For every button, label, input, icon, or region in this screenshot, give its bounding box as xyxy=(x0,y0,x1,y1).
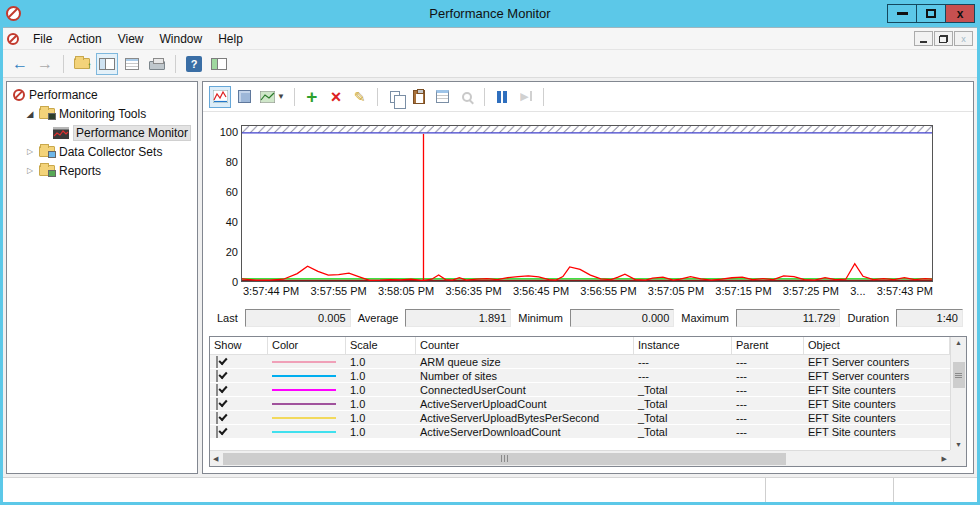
monitoring-tools-folder-icon xyxy=(39,108,55,119)
scroll-right-icon[interactable]: ▶ xyxy=(939,455,950,463)
show-hide-console-tree-button[interactable] xyxy=(96,53,118,75)
mdi-restore-button[interactable] xyxy=(934,31,953,46)
main-toolbar: ← → ↑ ? xyxy=(3,50,977,78)
table-row[interactable]: 1.0 ActiveServerDownloadCount _Total ---… xyxy=(210,425,950,439)
show-checkbox[interactable] xyxy=(216,412,218,424)
print-button[interactable] xyxy=(146,53,168,75)
printer-icon xyxy=(149,61,165,70)
scroll-left-icon[interactable]: ◀ xyxy=(210,455,221,463)
legend-header-row: Show Color Scale Counter Instance Parent… xyxy=(210,337,950,355)
counter-color-line xyxy=(272,361,336,363)
delete-counter-button[interactable]: × xyxy=(325,86,347,108)
menu-window[interactable]: Window xyxy=(152,30,211,48)
help-button[interactable]: ? xyxy=(183,53,205,75)
minimize-button[interactable] xyxy=(887,4,917,23)
show-checkbox[interactable] xyxy=(216,398,218,410)
x-tick-label: 3:58:05 PM xyxy=(378,285,434,297)
freeze-display-button[interactable] xyxy=(491,86,513,108)
table-row[interactable]: 1.0 ConnectedUserCount _Total --- EFT Si… xyxy=(210,383,950,397)
cell-scale: 1.0 xyxy=(346,398,416,410)
action-pane-icon xyxy=(211,58,227,70)
expander-collapsed-icon[interactable]: ▷ xyxy=(25,147,35,156)
column-header-parent[interactable]: Parent xyxy=(732,337,804,354)
mdi-restore-icon xyxy=(939,35,948,43)
horizontal-scroll-thumb[interactable] xyxy=(223,453,785,465)
add-counter-button[interactable]: + xyxy=(301,86,323,108)
view-current-activity-button[interactable] xyxy=(209,86,231,108)
close-button[interactable]: x xyxy=(945,4,975,23)
cell-counter: ActiveServerUploadBytesPerSecond xyxy=(416,412,634,424)
paste-counter-list-button[interactable] xyxy=(408,86,430,108)
cell-instance: --- xyxy=(634,370,732,382)
tree-item-performance[interactable]: Performance xyxy=(7,85,197,104)
export-list-button[interactable] xyxy=(121,53,143,75)
content-area: Performance ◢ Monitoring Tools Performan… xyxy=(3,78,977,477)
y-tick-label: 80 xyxy=(226,156,238,168)
show-checkbox[interactable] xyxy=(216,384,218,396)
toolbar-separator xyxy=(543,88,544,106)
scroll-up-icon[interactable]: ▲ xyxy=(955,337,962,348)
show-checkbox[interactable] xyxy=(216,370,218,382)
vertical-scroll-thumb[interactable] xyxy=(953,362,965,388)
column-header-show[interactable]: Show xyxy=(210,337,268,354)
x-tick-label: 3:57:05 PM xyxy=(648,285,704,297)
window-title: Performance Monitor xyxy=(0,6,980,21)
menu-file[interactable]: File xyxy=(25,30,60,48)
scroll-down-icon[interactable]: ▼ xyxy=(955,439,962,450)
stat-value-average: 1.891 xyxy=(405,309,511,327)
change-graph-type-button[interactable]: ▼ xyxy=(257,86,288,108)
back-button[interactable]: ← xyxy=(9,53,31,75)
column-header-object[interactable]: Object xyxy=(804,337,950,354)
tree-item-data-collector-sets[interactable]: ▷ Data Collector Sets xyxy=(7,142,197,161)
view-log-data-button[interactable] xyxy=(233,86,255,108)
mdi-minimize-icon xyxy=(920,41,927,43)
tree-item-label: Performance xyxy=(29,88,98,102)
horizontal-scrollbar[interactable]: ◀ ▶ xyxy=(210,450,950,466)
table-row[interactable]: 1.0 ARM queue size --- --- EFT Server co… xyxy=(210,355,950,369)
mdi-close-button[interactable]: x xyxy=(954,31,973,46)
highlight-button[interactable]: ✎ xyxy=(349,86,371,108)
cell-instance: _Total xyxy=(634,426,732,438)
tree-item-performance-monitor[interactable]: Performance Monitor xyxy=(7,123,197,142)
x-tick-label: 3:57:43 PM xyxy=(877,285,933,297)
up-folder-button[interactable]: ↑ xyxy=(71,53,93,75)
mdi-minimize-button[interactable] xyxy=(914,31,933,46)
table-row[interactable]: 1.0 Number of sites --- --- EFT Server c… xyxy=(210,369,950,383)
x-tick-label: 3:56:45 PM xyxy=(513,285,569,297)
tree-item-label: Reports xyxy=(59,164,101,178)
show-checkbox[interactable] xyxy=(216,426,218,438)
show-checkbox[interactable] xyxy=(216,356,218,368)
tree-item-monitoring-tools[interactable]: ◢ Monitoring Tools xyxy=(7,104,197,123)
menu-help[interactable]: Help xyxy=(210,30,251,48)
column-header-color[interactable]: Color xyxy=(268,337,346,354)
cell-counter: ConnectedUserCount xyxy=(416,384,634,396)
menu-action[interactable]: Action xyxy=(60,30,109,48)
forward-button[interactable]: → xyxy=(34,53,56,75)
titlebar: Performance Monitor x xyxy=(0,0,980,27)
column-header-scale[interactable]: Scale xyxy=(346,337,416,354)
vertical-scrollbar[interactable]: ▲ ▼ xyxy=(950,337,966,450)
x-tick-label: 3:57:25 PM xyxy=(783,285,839,297)
menubar: File Action View Window Help x xyxy=(3,28,977,50)
stat-label-last: Last xyxy=(217,312,238,324)
properties-button[interactable] xyxy=(432,86,454,108)
minimize-icon xyxy=(897,12,908,15)
copy-properties-button[interactable] xyxy=(384,86,406,108)
stat-label-duration: Duration xyxy=(847,312,889,324)
column-header-counter[interactable]: Counter xyxy=(416,337,634,354)
zoom-button[interactable] xyxy=(456,86,478,108)
status-segment xyxy=(893,478,977,502)
expander-expanded-icon[interactable]: ◢ xyxy=(25,109,35,119)
x-tick-label: 3:56:35 PM xyxy=(445,285,501,297)
tree-item-reports[interactable]: ▷ Reports xyxy=(7,161,197,180)
maximize-button[interactable] xyxy=(916,4,946,23)
table-row[interactable]: 1.0 ActiveServerUploadCount _Total --- E… xyxy=(210,397,950,411)
chart-zone: 100 80 60 40 20 0 3:57:44 PM 3 xyxy=(203,112,973,297)
expander-collapsed-icon[interactable]: ▷ xyxy=(25,166,35,175)
show-hide-action-pane-button[interactable] xyxy=(208,53,230,75)
table-row[interactable]: 1.0 ActiveServerUploadBytesPerSecond _To… xyxy=(210,411,950,425)
update-data-button[interactable]: ▶ xyxy=(515,86,537,108)
toolbar-separator xyxy=(294,88,295,106)
column-header-instance[interactable]: Instance xyxy=(634,337,732,354)
menu-view[interactable]: View xyxy=(110,30,152,48)
